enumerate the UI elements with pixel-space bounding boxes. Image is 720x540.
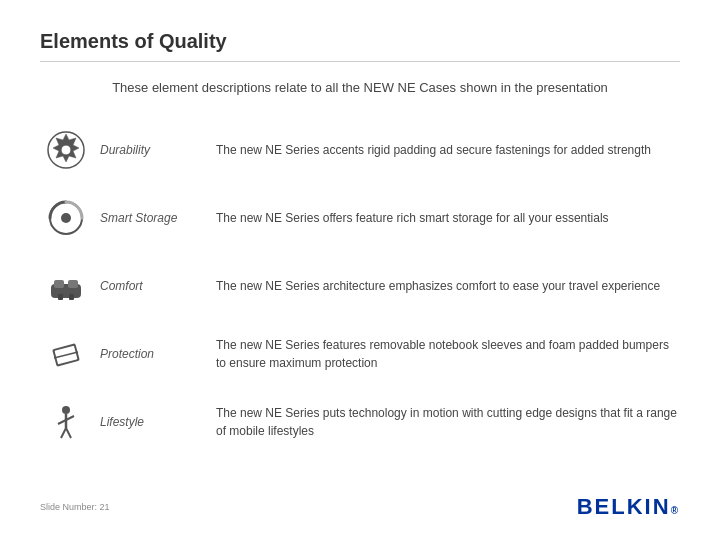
subtitle-text: These element descriptions relate to all… xyxy=(40,78,680,98)
svg-line-16 xyxy=(61,428,66,438)
svg-rect-6 xyxy=(68,280,78,288)
list-item: Protection The new NE Series features re… xyxy=(40,320,680,388)
svg-rect-8 xyxy=(69,294,74,300)
protection-icon xyxy=(40,328,92,380)
page-title: Elements of Quality xyxy=(40,30,227,52)
header-section: Elements of Quality xyxy=(40,30,680,62)
durability-label: Durability xyxy=(100,143,180,157)
icon-label-group: Protection xyxy=(40,328,200,380)
brand-text: BELKIN xyxy=(577,494,671,519)
list-item: Durability The new NE Series accents rig… xyxy=(40,116,680,184)
page-container: Elements of Quality These element descri… xyxy=(0,0,720,540)
smart-storage-icon xyxy=(40,192,92,244)
list-item: Lifestyle The new NE Series puts technol… xyxy=(40,388,680,456)
svg-line-17 xyxy=(66,428,71,438)
belkin-logo: BELKIN® xyxy=(577,494,680,520)
svg-rect-7 xyxy=(58,294,63,300)
smart-storage-description: The new NE Series offers feature rich sm… xyxy=(216,209,680,227)
svg-point-1 xyxy=(61,145,71,155)
icon-label-group: Durability xyxy=(40,124,200,176)
lifestyle-icon xyxy=(40,396,92,448)
slide-number: Slide Number: 21 xyxy=(40,502,110,512)
svg-point-12 xyxy=(62,406,70,414)
svg-rect-5 xyxy=(54,280,64,288)
comfort-description: The new NE Series architecture emphasize… xyxy=(216,277,680,295)
items-container: Durability The new NE Series accents rig… xyxy=(40,116,680,479)
list-item: Smart Storage The new NE Series offers f… xyxy=(40,184,680,252)
footer: Slide Number: 21 BELKIN® xyxy=(40,488,680,520)
smart-storage-label: Smart Storage xyxy=(100,211,180,225)
comfort-icon xyxy=(40,260,92,312)
icon-label-group: Comfort xyxy=(40,260,200,312)
durability-icon xyxy=(40,124,92,176)
brand-dot: ® xyxy=(671,505,680,516)
list-item: Comfort The new NE Series architecture e… xyxy=(40,252,680,320)
svg-point-3 xyxy=(61,213,71,223)
lifestyle-description: The new NE Series puts technology in mot… xyxy=(216,404,680,440)
icon-label-group: Smart Storage xyxy=(40,192,200,244)
lifestyle-label: Lifestyle xyxy=(100,415,180,429)
icon-label-group: Lifestyle xyxy=(40,396,200,448)
protection-label: Protection xyxy=(100,347,180,361)
durability-description: The new NE Series accents rigid padding … xyxy=(216,141,680,159)
protection-description: The new NE Series features removable not… xyxy=(216,336,680,372)
comfort-label: Comfort xyxy=(100,279,180,293)
